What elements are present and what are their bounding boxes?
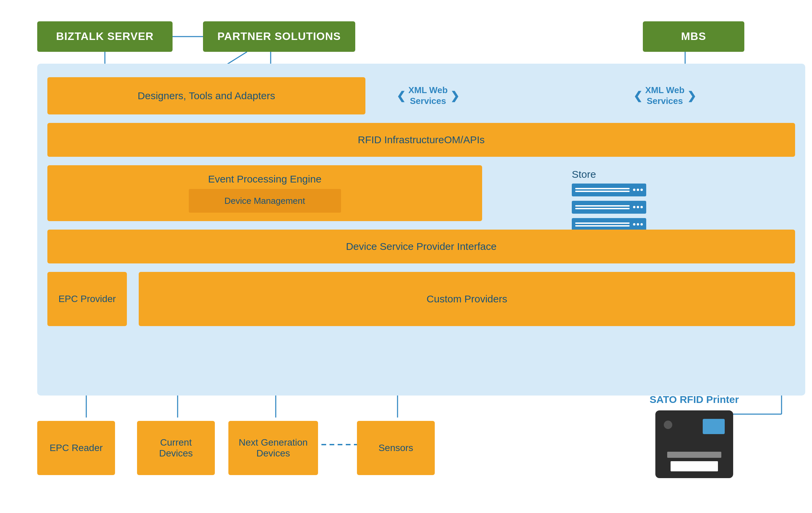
server-row-1 xyxy=(572,184,646,196)
printer-screen xyxy=(703,419,725,434)
partner-box: PARTNER SOLUTIONS xyxy=(203,21,355,52)
rfid-box: RFID InfrastructureOM/APIs xyxy=(47,123,795,157)
store-label: Store xyxy=(572,169,596,180)
diagram-container: BIZTALK SERVER PARTNER SOLUTIONS MBS Des… xyxy=(17,11,795,502)
xml2-left-arrow: ❮ xyxy=(633,89,642,102)
xml1-left-arrow: ❮ xyxy=(397,89,406,102)
printer-slot xyxy=(667,452,721,458)
xml2-label: XML WebServices xyxy=(645,85,684,106)
xml1-label: XML WebServices xyxy=(408,85,448,106)
sato-container: SATO RFID Printer xyxy=(650,394,739,478)
custom-providers-box: Custom Providers xyxy=(139,272,795,326)
epc-provider-box: EPC Provider xyxy=(47,272,127,326)
xml-badge-2: ❮ XML WebServices ❯ xyxy=(612,77,717,114)
server-row-3 xyxy=(572,218,646,231)
epc-reader-box: EPC Reader xyxy=(37,421,115,475)
printer-body xyxy=(655,410,733,478)
designers-box: Designers, Tools and Adapters xyxy=(47,77,365,114)
store-container: Store xyxy=(572,169,646,231)
event-label: Event Processing Engine xyxy=(208,173,321,185)
device-mgmt-box: Device Management xyxy=(189,189,341,213)
next-gen-box: Next Generation Devices xyxy=(228,421,318,475)
sensors-box: Sensors xyxy=(357,421,435,475)
event-box: Event Processing Engine Device Managemen… xyxy=(47,165,482,221)
biztalk-box: BIZTALK SERVER xyxy=(37,21,173,52)
blue-container: Designers, Tools and Adapters ❮ XML WebS… xyxy=(37,64,805,396)
dspi-box: Device Service Provider Interface xyxy=(47,230,795,263)
xml2-right-arrow: ❯ xyxy=(687,89,696,102)
sato-label: SATO RFID Printer xyxy=(650,394,739,405)
xml1-right-arrow: ❯ xyxy=(450,89,459,102)
current-devices-box: Current Devices xyxy=(137,421,215,475)
printer-knob xyxy=(664,421,672,429)
xml-badge-1: ❮ XML WebServices ❯ xyxy=(376,77,480,114)
server-row-2 xyxy=(572,201,646,214)
mbs-box: MBS xyxy=(643,21,744,52)
printer-paper xyxy=(671,461,718,471)
